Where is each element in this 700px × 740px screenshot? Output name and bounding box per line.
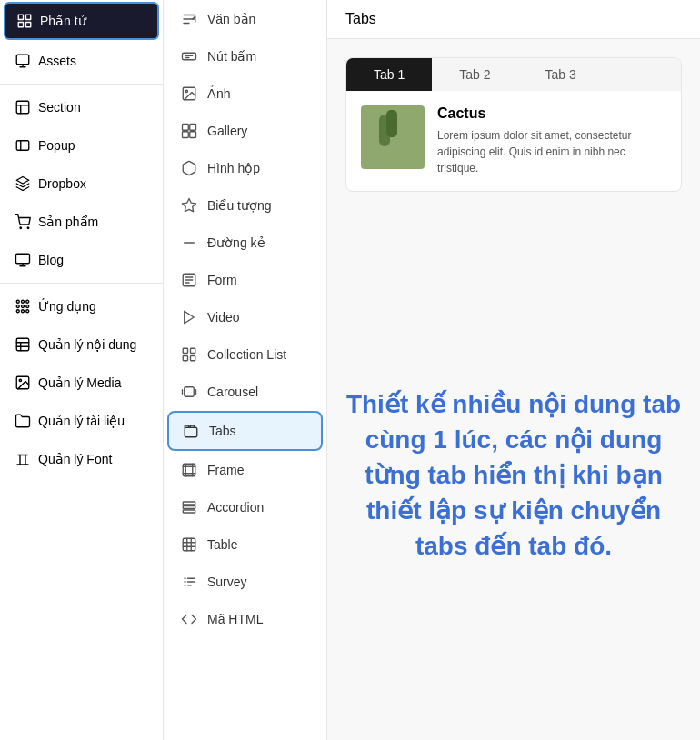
middle-item-video[interactable]: Video	[167, 299, 323, 335]
ung-dung-icon	[15, 298, 31, 315]
middle-item-frame[interactable]: Frame	[167, 452, 323, 488]
svg-point-45	[184, 585, 185, 586]
tabs-icon	[182, 422, 200, 440]
svg-point-21	[19, 379, 21, 381]
sidebar-item-quan-ly-tai-lieu[interactable]: Quản lý tài liệu	[4, 404, 159, 438]
left-sidebar: Phần tử Assets Section Popup Dropbox Sản	[0, 0, 164, 740]
tab-2-button[interactable]: Tab 2	[432, 58, 517, 91]
svg-rect-27	[183, 132, 189, 138]
gallery-icon	[180, 122, 198, 140]
survey-icon	[180, 573, 198, 591]
middle-item-bieu-tuong[interactable]: Biểu tượng	[167, 187, 323, 224]
bieu-tuong-icon	[180, 196, 198, 215]
middle-item-survey[interactable]: Survey	[167, 564, 323, 600]
tab-content: Cactus Lorem ipsum dolor sit amet, conse…	[346, 91, 681, 191]
middle-item-accordion[interactable]: Accordion	[167, 489, 323, 525]
quan-ly-noi-dung-icon	[15, 336, 31, 353]
blog-icon	[15, 252, 31, 268]
middle-item-carousel[interactable]: Carousel	[167, 374, 323, 410]
video-icon	[180, 308, 198, 326]
svg-marker-29	[183, 199, 196, 212]
ma-html-icon	[180, 610, 198, 628]
svg-point-8	[27, 227, 29, 229]
popup-icon	[15, 137, 31, 154]
svg-rect-37	[185, 427, 197, 437]
svg-rect-33	[191, 348, 195, 353]
description-paragraph: Thiết kế nhiều nội dung tab cùng 1 lúc, …	[345, 386, 682, 565]
van-ban-icon	[180, 10, 198, 28]
sidebar-item-ung-dung[interactable]: Ứng dụng	[4, 289, 159, 324]
accordion-icon	[180, 498, 198, 516]
form-icon	[180, 271, 198, 289]
card-title: Cactus	[437, 105, 666, 122]
svg-rect-40	[183, 506, 195, 509]
middle-item-duong-ke[interactable]: Đường kẻ	[167, 225, 323, 261]
divider2	[0, 283, 163, 284]
carousel-icon	[180, 383, 198, 401]
svg-point-10	[16, 300, 19, 303]
section-icon	[15, 99, 31, 115]
svg-rect-0	[18, 15, 23, 19]
svg-rect-9	[16, 254, 30, 264]
svg-point-11	[22, 300, 25, 303]
sidebar-item-san-pham[interactable]: Sản phẩm	[4, 205, 159, 239]
assets-icon	[15, 53, 31, 69]
middle-item-nut-bam[interactable]: Nút bấm	[167, 38, 323, 75]
svg-rect-25	[183, 125, 189, 131]
svg-point-17	[22, 310, 25, 313]
middle-item-table[interactable]: Table	[167, 526, 323, 563]
sidebar-item-phan-tu[interactable]: Phần tử	[4, 2, 159, 40]
tabs-bar: Tab 1 Tab 2 Tab 3	[346, 58, 681, 91]
sidebar-item-popup[interactable]: Popup	[4, 128, 159, 163]
middle-item-collection-list[interactable]: Collection List	[167, 336, 323, 373]
middle-item-anh[interactable]: Ảnh	[167, 75, 323, 112]
cactus-image	[361, 105, 425, 169]
sidebar-item-assets[interactable]: Assets	[4, 44, 159, 78]
right-header: Tabs	[327, 0, 700, 39]
phan-tu-icon	[16, 13, 33, 29]
quan-ly-font-icon	[15, 451, 31, 467]
tab-3-button[interactable]: Tab 3	[518, 58, 604, 91]
svg-marker-31	[185, 311, 195, 324]
anh-icon	[180, 85, 198, 103]
svg-rect-3	[26, 23, 31, 27]
sidebar-item-quan-ly-noi-dung[interactable]: Quản lý nội dung	[4, 327, 159, 362]
middle-item-ma-html[interactable]: Mã HTML	[167, 601, 323, 637]
divider	[0, 84, 163, 85]
middle-item-form[interactable]: Form	[167, 262, 323, 298]
svg-rect-19	[16, 338, 29, 351]
svg-rect-42	[183, 538, 195, 551]
middle-item-van-ban[interactable]: Văn bản	[167, 1, 323, 37]
quan-ly-media-icon	[15, 375, 31, 391]
middle-item-tabs[interactable]: Tabs	[167, 411, 323, 451]
svg-point-15	[26, 305, 29, 308]
nut-bam-icon	[180, 47, 198, 65]
svg-rect-41	[183, 510, 195, 513]
svg-point-13	[16, 305, 19, 308]
tab-1-button[interactable]: Tab 1	[346, 58, 432, 91]
sidebar-item-dropbox[interactable]: Dropbox	[4, 166, 159, 201]
svg-point-14	[22, 305, 25, 308]
sidebar-item-blog[interactable]: Blog	[4, 243, 159, 277]
middle-item-hinh-hop[interactable]: Hình hộp	[167, 150, 323, 186]
middle-item-gallery[interactable]: Gallery	[167, 113, 323, 149]
svg-point-12	[26, 300, 29, 303]
svg-point-24	[185, 90, 187, 92]
svg-point-44	[184, 581, 185, 583]
svg-point-43	[184, 577, 185, 579]
description-area: Thiết kế nhiều nội dung tab cùng 1 lúc, …	[327, 210, 700, 740]
svg-point-16	[16, 310, 19, 313]
duong-ke-icon	[180, 234, 198, 252]
svg-rect-34	[183, 356, 187, 361]
svg-rect-38	[183, 464, 195, 476]
svg-rect-39	[183, 502, 195, 505]
svg-rect-5	[16, 101, 29, 114]
quan-ly-tai-lieu-icon	[15, 413, 31, 429]
sidebar-item-quan-ly-media[interactable]: Quản lý Media	[4, 365, 159, 400]
sidebar-item-section[interactable]: Section	[4, 90, 159, 125]
card-description: Lorem ipsum dolor sit amet, consectetur …	[437, 127, 666, 176]
san-pham-icon	[15, 214, 31, 230]
hinh-hop-icon	[180, 159, 198, 177]
svg-rect-6	[16, 141, 29, 151]
sidebar-item-quan-ly-font[interactable]: Quản lý Font	[4, 442, 159, 476]
